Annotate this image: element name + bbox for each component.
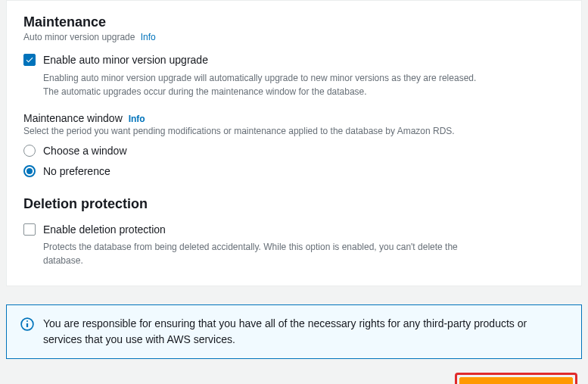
radio-no-preference[interactable] — [23, 165, 36, 177]
radio-choose-window-label: Choose a window — [43, 144, 127, 159]
enable-auto-upgrade-row: Enable auto minor version upgrade — [23, 53, 565, 68]
maintenance-window-desc: Select the period you want pending modif… — [23, 126, 508, 136]
enable-deletion-protection-label: Enable deletion protection — [43, 223, 166, 238]
radio-choose-window[interactable] — [23, 145, 36, 157]
info-link-auto-upgrade[interactable]: Info — [141, 32, 156, 42]
enable-auto-upgrade-checkbox[interactable] — [23, 54, 36, 66]
cancel-button[interactable]: Cancel — [393, 378, 443, 384]
footer-actions: Cancel Create database — [0, 359, 588, 384]
responsibility-notice: You are responsible for ensuring that yo… — [6, 304, 582, 359]
enable-auto-upgrade-desc: Enabling auto minor version upgrade will… — [43, 71, 490, 98]
deletion-heading: Deletion protection — [23, 196, 565, 212]
radio-no-preference-row[interactable]: No preference — [23, 164, 565, 180]
maintenance-window-heading: Maintenance window Info — [23, 112, 565, 124]
enable-deletion-protection-checkbox[interactable] — [23, 223, 36, 236]
create-database-button[interactable]: Create database — [459, 377, 573, 384]
maintenance-subtitle: Auto minor version upgrade Info — [23, 32, 565, 42]
radio-choose-window-row[interactable]: Choose a window — [23, 144, 565, 159]
info-icon — [20, 317, 34, 331]
maintenance-heading: Maintenance — [23, 14, 565, 30]
enable-deletion-protection-desc: Protects the database from being deleted… — [43, 240, 490, 267]
info-link-maintenance-window[interactable]: Info — [129, 114, 145, 124]
enable-auto-upgrade-label: Enable auto minor version upgrade — [43, 53, 208, 68]
maintenance-window-radio-group: Choose a window No preference — [23, 144, 565, 180]
responsibility-notice-text: You are responsible for ensuring that yo… — [43, 316, 568, 348]
svg-point-2 — [26, 320, 28, 322]
settings-panel: Maintenance Auto minor version upgrade I… — [6, 0, 582, 286]
create-button-highlight: Create database — [455, 373, 577, 384]
radio-no-preference-label: No preference — [43, 164, 110, 180]
enable-deletion-protection-row: Enable deletion protection — [23, 223, 565, 238]
